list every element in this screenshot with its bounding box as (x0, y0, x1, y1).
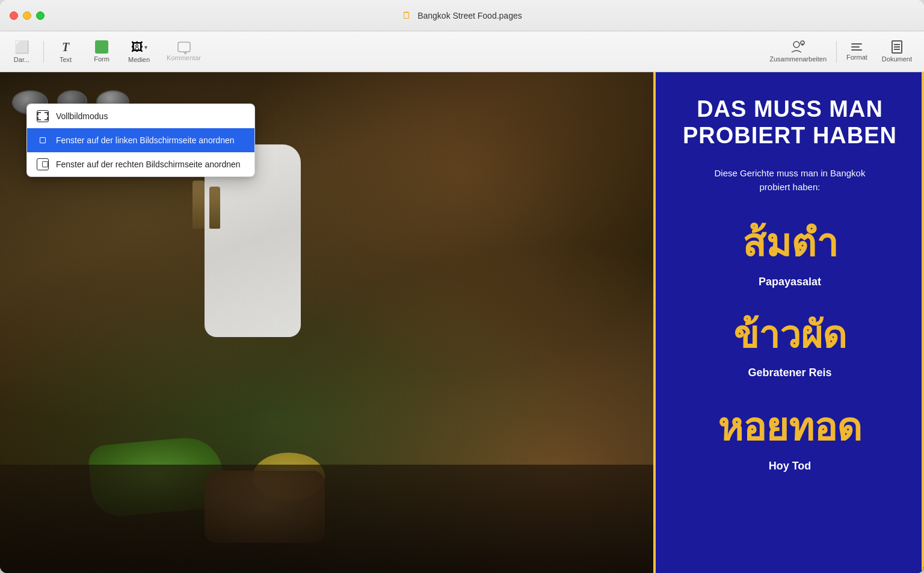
toolbar-medien-button[interactable]: 🖼 ▾ Medien (121, 37, 157, 67)
arrange-left-icon-inner (40, 137, 46, 143)
dish2-thai-text: ข้าวผัด (733, 305, 846, 364)
toolbar-separator-2 (836, 41, 837, 63)
arrange-right-icon (37, 158, 49, 170)
arrange-left-icon (37, 134, 49, 146)
dokument-label: Dokument (882, 55, 912, 63)
arrange-right-icon-inner (42, 161, 48, 167)
traffic-lights (0, 11, 45, 20)
pages-app-icon: 🗒 (402, 10, 411, 20)
zusammenarbeiten-label: Zusammenarbeiten (769, 55, 827, 63)
toolbar-form-button[interactable]: Form (85, 37, 119, 66)
form-label: Form (94, 55, 109, 63)
medien-icon: 🖼 (131, 40, 143, 54)
dar-label: Dar... (14, 56, 29, 63)
toolbar-format-button[interactable]: Format (839, 39, 875, 64)
format-label: Format (846, 54, 867, 61)
kommentar-icon (177, 42, 191, 52)
fullscreen-icon-inner (37, 112, 48, 120)
minimize-button[interactable] (23, 11, 31, 20)
menu-item-fullscreen[interactable]: Vollbildmodus (27, 104, 254, 128)
svg-point-0 (793, 42, 799, 48)
text-icon: T (62, 40, 69, 54)
window-menu-dropdown: Vollbildmodus Fenster auf der linken Bil… (26, 104, 255, 177)
toolbar-right: Zusammenarbeiten Format Dokument (762, 37, 919, 66)
menu-item-fullscreen-label: Vollbildmodus (56, 111, 108, 121)
text-label: Text (60, 56, 72, 63)
dish3-thai-text: หอยทอด (718, 396, 862, 457)
bottle-2 (209, 187, 220, 229)
panel-headline: DAS MUSS MAN PROBIERT HABEN (683, 96, 897, 149)
toolbar-separator-1 (43, 41, 44, 63)
toolbar-dokument-button[interactable]: Dokument (875, 37, 919, 66)
toolbar-text-button[interactable]: T Text (49, 37, 82, 67)
toolbar-kommentar-button[interactable]: Kommentar (159, 38, 208, 65)
medien-icon-group: 🖼 ▾ (131, 40, 147, 54)
fullscreen-icon (37, 110, 49, 122)
toolbar-dar-button[interactable]: ⬜ Dar... (5, 36, 38, 67)
shape-icon (95, 40, 108, 54)
blue-content-panel: DAS MUSS MAN PROBIERT HABEN Diese Gerich… (653, 72, 924, 573)
window-title: 🗒 Bangkok Street Food.pages (402, 10, 522, 21)
maximize-button[interactable] (36, 11, 45, 20)
dish1-thai-text: ส้มตำ (742, 212, 838, 273)
dokument-icon (892, 40, 902, 54)
bottle-1 (192, 181, 205, 229)
app-window: 🗒 Bangkok Street Food.pages ⬜ Dar... T T… (0, 0, 924, 573)
close-button[interactable] (10, 11, 18, 20)
menu-item-arrange-right[interactable]: Fenster auf der rechten Bildschirmseite … (27, 152, 254, 176)
titlebar: 🗒 Bangkok Street Food.pages (0, 0, 924, 31)
medien-label: Medien (128, 56, 150, 63)
kommentar-label: Kommentar (167, 54, 201, 61)
menu-item-arrange-left-label: Fenster auf der linken Bildschirmseite a… (56, 135, 235, 145)
dar-icon: ⬜ (14, 40, 29, 54)
menu-item-arrange-right-label: Fenster auf der rechten Bildschirmseite … (56, 160, 241, 169)
medien-dropdown-arrow: ▾ (144, 44, 147, 51)
dish3-german-label: Hoy Tod (769, 460, 812, 472)
dish1-german-label: Papayasalat (759, 276, 821, 288)
menu-item-arrange-left[interactable]: Fenster auf der linken Bildschirmseite a… (27, 128, 254, 152)
toolbar: ⬜ Dar... T Text Form 🖼 ▾ Medien Kommenta… (0, 31, 924, 72)
content-area: DAS MUSS MAN PROBIERT HABEN Diese Gerich… (0, 72, 924, 573)
format-icon (850, 42, 863, 52)
zusammenarbeiten-icon (790, 40, 806, 54)
toolbar-zusammenarbeiten-button[interactable]: Zusammenarbeiten (762, 37, 834, 66)
panel-subtext: Diese Gerichte muss man in Bangkok probi… (715, 167, 866, 194)
table-surface (0, 465, 653, 573)
dish2-german-label: Gebratener Reis (748, 367, 831, 379)
